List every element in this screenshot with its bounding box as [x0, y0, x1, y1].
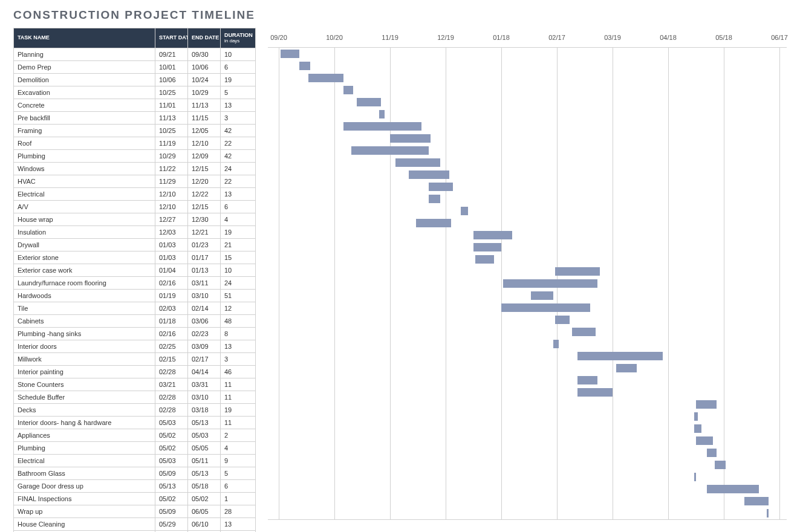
gantt-bar — [715, 461, 726, 469]
col-duration: DURATION in days — [221, 28, 256, 48]
cell-value: 11 — [221, 391, 256, 404]
axis-tick: 04/18 — [660, 28, 677, 47]
cell-value: 4 — [221, 442, 256, 455]
gantt-row — [268, 277, 787, 290]
cell-value: 05/18 — [188, 480, 221, 493]
gantt-row — [268, 350, 787, 362]
gantt-rows — [268, 47, 787, 520]
gantt-bar — [572, 328, 596, 336]
cell-value: 03/21 — [155, 378, 188, 391]
table-row: Interior doors02/2503/0913 — [14, 340, 256, 353]
cell-value: 10 — [221, 48, 256, 61]
cell-task-name: House wrap — [14, 213, 155, 226]
cell-value: 3 — [221, 353, 256, 366]
gantt-row — [268, 447, 787, 459]
gantt-bar — [577, 376, 598, 384]
cell-value: 05/13 — [155, 480, 188, 493]
cell-task-name: Wrap up — [14, 505, 155, 518]
gantt-bar — [555, 316, 570, 324]
gantt-row — [268, 132, 787, 144]
gantt-axis: 09/2010/2011/1912/1901/1802/1703/1904/18… — [268, 28, 787, 47]
gantt-bar — [357, 98, 381, 106]
cell-value: 12/15 — [188, 201, 221, 213]
table-row: Cabinets01/1803/0648 — [14, 315, 256, 328]
table-row: Insulation12/0312/2119 — [14, 226, 256, 239]
table-row: Tile02/0302/1412 — [14, 302, 256, 315]
gantt-row — [268, 338, 787, 350]
gantt-row — [268, 96, 787, 108]
cell-task-name: Roof — [14, 137, 155, 150]
cell-value: 03/11 — [188, 277, 221, 290]
cell-value: 02/25 — [155, 340, 188, 353]
gantt-bar — [694, 424, 701, 433]
cell-value: 48 — [221, 315, 256, 328]
cell-value: 10/25 — [155, 125, 188, 137]
cell-task-name: Insulation — [14, 226, 155, 239]
cell-task-name: Millwork — [14, 353, 155, 366]
cell-value: 12/15 — [188, 163, 221, 175]
table-row: Concrete11/0111/1313 — [14, 99, 256, 112]
gantt-bar — [475, 255, 494, 264]
cell-value: 03/06 — [188, 315, 221, 328]
cell-value: 13 — [221, 518, 256, 531]
cell-task-name: Demolition — [14, 74, 155, 86]
gantt-bar — [577, 388, 613, 397]
table-row: A/V12/1012/156 — [14, 201, 256, 213]
gantt-row — [268, 241, 787, 253]
gantt-bar — [429, 195, 440, 203]
gantt-row — [268, 435, 787, 447]
cell-task-name: Pre backfill — [14, 112, 155, 125]
axis-tick: 01/18 — [493, 28, 510, 47]
col-end-date: END DATE — [188, 28, 221, 48]
gantt-bar — [343, 86, 353, 94]
table-row: Stone Counters03/2103/3111 — [14, 378, 256, 391]
cell-task-name: A/V — [14, 201, 155, 213]
gantt-row — [268, 229, 787, 241]
cell-value: 05/02 — [155, 429, 188, 442]
cell-value: 4 — [221, 213, 256, 226]
cell-value: 12/20 — [188, 175, 221, 188]
gantt-row — [268, 471, 787, 483]
gantt-row — [268, 217, 787, 229]
cell-value: 11/19 — [155, 137, 188, 150]
table-row: Windows11/2212/1524 — [14, 163, 256, 175]
cell-value: 01/23 — [188, 239, 221, 251]
table-row: Pre backfill11/1311/153 — [14, 112, 256, 125]
gantt-row — [268, 410, 787, 423]
cell-value: 06/10 — [188, 518, 221, 531]
gantt-row — [268, 144, 787, 157]
table-row: Hardwoods01/1903/1051 — [14, 290, 256, 302]
table-row: Laundry/furnace room flooring02/1603/112… — [14, 277, 256, 290]
cell-task-name: Plumbing -hang sinks — [14, 328, 155, 340]
cell-value: 05/02 — [188, 493, 221, 505]
axis-tick: 10/20 — [326, 28, 343, 47]
col-start-date: START DATE — [155, 28, 188, 48]
gantt-row — [268, 483, 787, 495]
gantt-bar — [707, 485, 759, 493]
table-row: Framing10/2512/0542 — [14, 125, 256, 137]
cell-value: 6 — [221, 61, 256, 74]
table-row: Plumbing10/2912/0942 — [14, 150, 256, 163]
gantt-bar — [308, 74, 343, 82]
gantt-bar — [503, 279, 597, 288]
cell-value: 01/17 — [188, 251, 221, 264]
cell-value: 1 — [221, 493, 256, 505]
table-header-row: TASK NAME START DATE END DATE DURATION i… — [14, 28, 256, 48]
table-row: Electrical12/1012/2213 — [14, 188, 256, 201]
cell-task-name: Decks — [14, 404, 155, 417]
cell-task-name: Interior doors — [14, 340, 155, 353]
cell-task-name: Schedule Buffer — [14, 391, 155, 404]
cell-value: 12/22 — [188, 188, 221, 201]
gantt-bar — [694, 473, 696, 481]
table-row: Millwork02/1502/173 — [14, 353, 256, 366]
cell-task-name: Cabinets — [14, 315, 155, 328]
cell-value: 28 — [221, 505, 256, 518]
cell-value: 46 — [221, 366, 256, 378]
gantt-bar — [616, 364, 637, 372]
table-row: Electrical05/0305/119 — [14, 455, 256, 467]
table-row: House wrap12/2712/304 — [14, 213, 256, 226]
gantt-bar — [696, 436, 713, 445]
cell-value: 02/15 — [155, 353, 188, 366]
table-row: Excavation10/2510/295 — [14, 86, 256, 99]
cell-task-name: Bathroom Glass — [14, 467, 155, 480]
